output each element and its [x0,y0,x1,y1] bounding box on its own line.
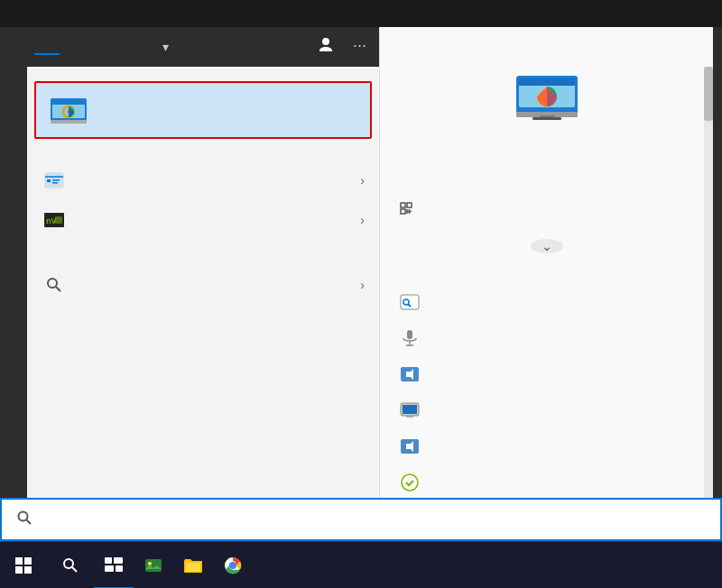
nvidia-item[interactable]: nV › [27,200,379,240]
tab-all[interactable] [34,39,60,55]
scrollbar-thumb[interactable] [704,67,713,121]
open-button[interactable] [380,189,713,232]
web-search-icon [42,272,67,298]
settings-arrow-icon: › [360,173,365,188]
svg-rect-22 [532,117,561,120]
svg-rect-13 [55,216,62,224]
svg-rect-49 [105,565,114,572]
svg-point-14 [48,279,57,288]
svg-line-15 [56,287,60,291]
sound0-icon [398,363,421,386]
svg-rect-10 [52,182,58,184]
svg-rect-32 [403,405,417,414]
svg-text:nV: nV [46,216,57,225]
search-bar-icon [16,510,32,529]
svg-rect-5 [51,120,87,124]
nvidia-icon: nV [42,207,67,233]
web-search-item[interactable]: › [27,265,379,305]
recent-sound2-item[interactable] [398,428,695,464]
start-button[interactable] [0,542,47,589]
system-icon [398,399,421,422]
svg-line-40 [27,520,32,525]
tab-apps[interactable] [63,39,88,55]
user-icon[interactable] [311,32,340,62]
svg-rect-53 [186,563,200,572]
svg-rect-51 [145,559,162,572]
svg-rect-26 [407,330,412,339]
settings-section-label [27,312,379,321]
tab-more[interactable]: ▾ [150,32,178,61]
chevron-down-icon: ▾ [162,40,169,54]
recent-system-item[interactable] [398,392,695,428]
sound2-icon [398,435,421,458]
svg-rect-43 [15,566,23,574]
chrome-button[interactable] [213,542,253,589]
file-explorer-button[interactable] [173,542,213,589]
search-bar[interactable] [0,498,722,541]
svg-point-56 [230,562,236,568]
svg-point-36 [402,474,418,491]
best-match-item[interactable] [34,81,372,139]
recent-sound0-item[interactable] [398,356,695,392]
svg-rect-48 [114,557,123,564]
nvidia-arrow-icon: › [360,213,365,227]
svg-rect-8 [47,179,51,182]
best-match-label [27,67,379,81]
open-icon [398,200,414,221]
tab-bar: ▾ ··· [27,27,379,67]
svg-rect-18 [519,78,575,86]
svg-rect-33 [406,416,413,418]
svg-rect-2 [52,100,85,105]
recent-updates-item[interactable] [398,464,695,501]
scrollbar[interactable] [704,67,713,541]
apps-section-label [27,146,379,161]
more-dots-icon[interactable]: ··· [347,32,372,62]
chevron-down-icon: ⌄ [542,239,552,253]
svg-point-45 [64,559,73,568]
speech-icon [398,326,421,350]
settings-icon [42,168,67,193]
svg-point-39 [19,512,28,521]
recent-programs-item[interactable] [398,284,695,320]
svg-rect-44 [24,566,32,574]
control-panel-icon-small [51,92,87,128]
settings-item[interactable]: › [27,161,379,200]
taskview-button[interactable] [94,542,134,589]
tab-web[interactable] [121,39,146,55]
svg-rect-50 [116,565,123,572]
photo-viewer-button[interactable] [134,542,173,589]
svg-rect-47 [105,557,112,564]
svg-rect-9 [52,179,60,181]
svg-line-46 [72,567,77,572]
detail-panel [380,27,713,182]
updates-icon [398,471,421,494]
taskbar [0,541,722,588]
taskbar-search-button[interactable] [47,542,94,589]
control-panel-large-icon [514,63,579,128]
web-section-label [27,251,379,265]
expand-button[interactable]: ⌄ [531,239,563,253]
svg-rect-42 [24,557,32,565]
programs-icon [398,290,421,314]
recent-speech-item[interactable] [398,320,695,356]
web-search-arrow-icon: › [360,278,365,292]
tab-documents[interactable] [92,39,117,55]
svg-rect-41 [15,557,23,565]
